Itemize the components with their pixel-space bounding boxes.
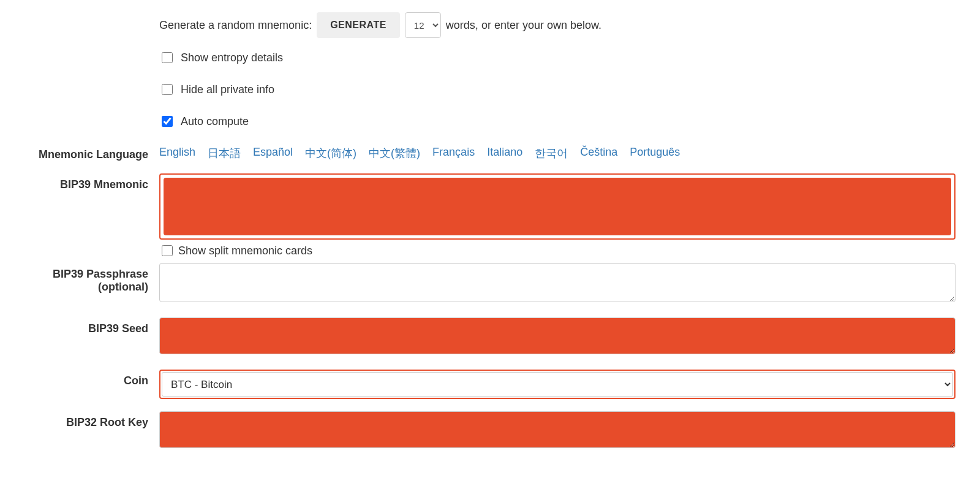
show-entropy-checkbox[interactable]: [162, 52, 173, 63]
language-link[interactable]: Español: [253, 146, 293, 161]
show-split-row[interactable]: Show split mnemonic cards: [159, 243, 956, 258]
show-split-label: Show split mnemonic cards: [178, 245, 312, 257]
root-key-input[interactable]: [159, 411, 956, 448]
root-key-label: BIP32 Root Key: [24, 411, 159, 429]
language-link[interactable]: Čeština: [580, 146, 617, 161]
hide-private-checkbox[interactable]: [162, 84, 173, 95]
show-split-checkbox[interactable]: [162, 245, 173, 256]
seed-label: BIP39 Seed: [24, 317, 159, 335]
generate-controls: Generate a random mnemonic: GENERATE 12 …: [159, 12, 956, 38]
hide-private-label: Hide all private info: [181, 83, 274, 96]
show-entropy-row[interactable]: Show entropy details: [159, 50, 956, 65]
bip39-mnemonic-label: BIP39 Mnemonic: [24, 173, 159, 191]
word-count-select[interactable]: 12: [405, 12, 441, 38]
auto-compute-label: Auto compute: [181, 115, 249, 128]
language-link[interactable]: Português: [630, 146, 680, 161]
generate-prefix: Generate a random mnemonic:: [159, 19, 312, 32]
auto-compute-checkbox[interactable]: [162, 116, 173, 127]
auto-compute-row[interactable]: Auto compute: [159, 114, 956, 129]
seed-input[interactable]: [159, 317, 956, 354]
mnemonic-highlight-box: [159, 173, 956, 240]
hide-private-row[interactable]: Hide all private info: [159, 82, 956, 97]
language-link[interactable]: Français: [432, 146, 475, 161]
show-entropy-label: Show entropy details: [181, 51, 283, 64]
generate-suffix: words, or enter your own below.: [446, 19, 601, 32]
bip39-mnemonic-input[interactable]: [164, 178, 951, 235]
passphrase-input[interactable]: [159, 263, 956, 302]
language-link[interactable]: 中文(简体): [305, 146, 356, 161]
generate-button[interactable]: GENERATE: [317, 12, 400, 38]
mnemonic-language-label: Mnemonic Language: [24, 143, 159, 161]
passphrase-label: BIP39 Passphrase (optional): [24, 263, 159, 294]
coin-highlight-box: BTC - Bitcoin: [159, 370, 956, 399]
language-link[interactable]: English: [159, 146, 195, 161]
coin-select[interactable]: BTC - Bitcoin: [162, 372, 953, 397]
coin-label: Coin: [24, 370, 159, 387]
language-list: English日本語Español中文(简体)中文(繁體)FrançaisIta…: [159, 143, 956, 161]
language-link[interactable]: 한국어: [535, 146, 568, 161]
language-link[interactable]: 中文(繁體): [369, 146, 420, 161]
language-link[interactable]: 日本語: [208, 146, 241, 161]
language-link[interactable]: Italiano: [487, 146, 522, 161]
